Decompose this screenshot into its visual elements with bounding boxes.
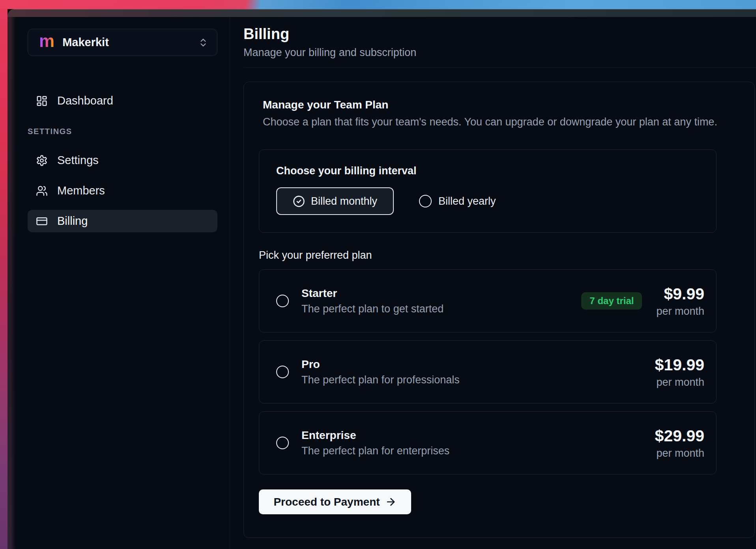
dashboard-icon [36, 95, 48, 107]
arrow-right-icon [385, 496, 397, 508]
billed-yearly-label: Billed yearly [438, 195, 496, 207]
wallpaper-left-strip [0, 9, 7, 549]
main-content: Billing Manage your billing and subscrip… [230, 17, 756, 549]
gear-icon [36, 155, 48, 166]
card-title: Manage your Team Plan [263, 99, 750, 111]
plan-name: Starter [301, 287, 443, 300]
trial-badge: 7 day trial [581, 292, 642, 310]
sidebar-item-label: Billing [57, 215, 88, 228]
sidebar: m Makerkit [7, 17, 230, 549]
plan-text: Starter The perfect plan to get started [301, 287, 443, 315]
plan-period: per month [655, 376, 704, 388]
page-header: Billing Manage your billing and subscrip… [243, 17, 756, 67]
plan-price: $9.99 [656, 285, 704, 303]
billed-monthly-option[interactable]: Billed monthly [276, 187, 394, 215]
plan-pricing: $19.99 per month [655, 356, 704, 388]
plan-radio-starter[interactable] [276, 295, 289, 307]
plan-description: The perfect plan to get started [301, 303, 443, 315]
plan-text: Enterprise The perfect plan for enterpri… [301, 429, 449, 457]
team-plan-card: Manage your Team Plan Choose a plan that… [243, 82, 755, 538]
sidebar-item-label: Members [57, 184, 105, 197]
sidebar-item-settings[interactable]: Settings [28, 149, 217, 172]
plan-card-pro[interactable]: Pro The perfect plan for professionals $… [259, 340, 717, 403]
window-titlebar [7, 9, 756, 17]
plan-description: The perfect plan for enterprises [301, 445, 449, 457]
proceed-to-payment-button[interactable]: Proceed to Payment [259, 489, 411, 514]
workspace-selector[interactable]: m Makerkit [28, 29, 217, 56]
plan-pricing: $29.99 per month [655, 427, 704, 459]
makerkit-logo: m [39, 32, 54, 50]
check-circle-icon [293, 195, 305, 207]
sidebar-item-dashboard[interactable]: Dashboard [28, 90, 217, 112]
plan-price: $19.99 [655, 356, 704, 374]
billed-yearly-option[interactable]: Billed yearly [419, 195, 496, 207]
plan-description: The perfect plan for professionals [301, 374, 460, 386]
radio-unchecked-icon [419, 195, 432, 207]
plan-pricing: $9.99 per month [656, 285, 704, 317]
credit-card-icon [36, 215, 48, 227]
chevrons-up-down-icon [198, 37, 208, 48]
plan-price: $29.99 [655, 427, 704, 445]
card-description: Choose a plan that fits your team's need… [263, 116, 750, 128]
sidebar-section-label: SETTINGS [28, 127, 217, 136]
plan-name: Pro [301, 358, 460, 371]
sidebar-item-members[interactable]: Members [28, 179, 217, 202]
billing-interval-options: Billed monthly Billed yearly [276, 187, 716, 215]
plans-label: Pick your preferred plan [259, 249, 750, 261]
sidebar-item-label: Dashboard [57, 94, 113, 107]
workspace-name: Makerkit [62, 36, 109, 49]
plan-period: per month [656, 305, 704, 317]
plan-card-enterprise[interactable]: Enterprise The perfect plan for enterpri… [259, 411, 717, 474]
billed-monthly-label: Billed monthly [311, 195, 377, 207]
app-content: m Makerkit [7, 17, 756, 549]
plan-name: Enterprise [301, 429, 449, 442]
plan-card-starter[interactable]: Starter The perfect plan to get started … [259, 269, 717, 332]
wallpaper-top-strip [0, 0, 756, 9]
users-icon [36, 185, 48, 197]
proceed-to-payment-label: Proceed to Payment [273, 496, 380, 508]
page-title: Billing [243, 26, 756, 42]
billing-interval-label: Choose your billing interval [276, 165, 716, 177]
sidebar-item-billing[interactable]: Billing [28, 210, 217, 232]
sidebar-nav: Dashboard SETTINGS Settings [28, 90, 217, 232]
plan-radio-pro[interactable] [276, 366, 289, 378]
plan-text: Pro The perfect plan for professionals [301, 358, 460, 386]
plan-radio-enterprise[interactable] [276, 437, 289, 449]
billing-interval-box: Choose your billing interval Billed mont… [259, 149, 717, 233]
app-window: m Makerkit [7, 9, 756, 549]
sidebar-item-label: Settings [57, 154, 99, 167]
page-subtitle: Manage your billing and subscription [243, 47, 756, 59]
plan-period: per month [655, 447, 704, 459]
